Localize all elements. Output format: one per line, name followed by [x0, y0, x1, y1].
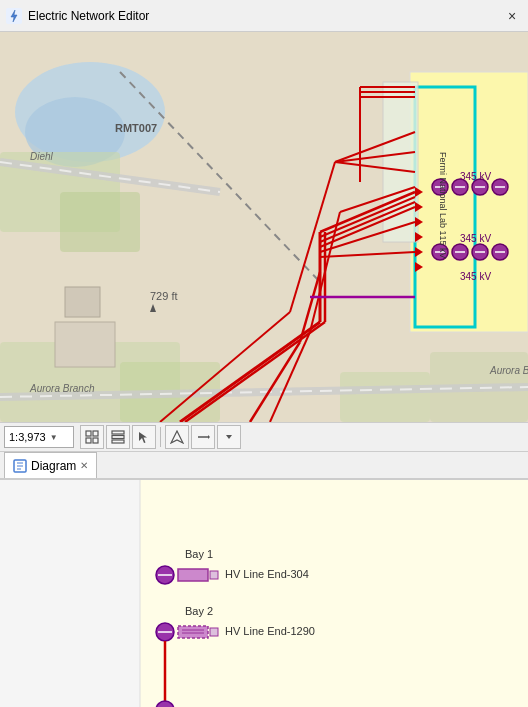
svg-text:HV Line End-1290: HV Line End-1290 [225, 625, 315, 637]
svg-text:Diehl: Diehl [30, 151, 54, 162]
grid-button[interactable] [80, 425, 104, 449]
svg-rect-9 [340, 372, 430, 422]
svg-rect-109 [210, 628, 218, 636]
tab-close-button[interactable]: ✕ [80, 460, 88, 471]
svg-rect-18 [410, 72, 528, 332]
diagram-area[interactable]: Bay 1 HV Line End-304 Bay 2 HV Line End-… [0, 480, 528, 707]
svg-rect-11 [55, 322, 115, 367]
diagram-tab-icon [13, 459, 27, 473]
svg-rect-12 [65, 287, 100, 317]
app-icon [6, 8, 22, 24]
layer-icon [111, 430, 125, 444]
svg-marker-86 [171, 431, 183, 443]
layer-button[interactable] [106, 425, 130, 449]
chevron-down-icon [224, 432, 234, 442]
select-button[interactable] [132, 425, 156, 449]
svg-rect-95 [140, 480, 528, 707]
arrow-button[interactable] [191, 425, 215, 449]
svg-text:345 kV: 345 kV [460, 271, 491, 282]
svg-marker-89 [226, 435, 232, 439]
svg-text:Aurora B...: Aurora B... [489, 365, 528, 376]
map-area[interactable]: 345 kV 345 kV 345 kV Fermi National Lab … [0, 32, 528, 422]
svg-text:RMT007: RMT007 [115, 122, 157, 134]
toolbar: 1:3,973 ▼ [0, 422, 528, 452]
svg-rect-84 [112, 440, 124, 443]
svg-rect-106 [178, 626, 208, 638]
title-bar: Electric Network Editor × [0, 0, 528, 32]
tab-diagram-label: Diagram [31, 459, 76, 473]
svg-rect-83 [112, 436, 124, 439]
toolbar-separator [160, 427, 161, 447]
window-title: Electric Network Editor [28, 9, 496, 23]
svg-marker-88 [208, 435, 210, 439]
diagram-svg: Bay 1 HV Line End-304 Bay 2 HV Line End-… [0, 480, 528, 707]
svg-rect-101 [210, 571, 218, 579]
svg-rect-82 [112, 431, 124, 434]
select-icon [137, 430, 151, 444]
map-svg: 345 kV 345 kV 345 kV Fermi National Lab … [0, 32, 528, 422]
svg-text:345 kV: 345 kV [460, 233, 491, 244]
svg-text:345 kV: 345 kV [460, 171, 491, 182]
nav-icon [170, 430, 184, 444]
tab-bar: Diagram ✕ [0, 452, 528, 480]
svg-text:Bay 1: Bay 1 [185, 548, 213, 560]
dropdown-button[interactable] [217, 425, 241, 449]
scale-selector[interactable]: 1:3,973 ▼ [4, 426, 74, 448]
svg-marker-85 [139, 432, 147, 443]
tab-diagram[interactable]: Diagram ✕ [4, 452, 97, 478]
svg-text:HV Line End-304: HV Line End-304 [225, 568, 309, 580]
svg-rect-100 [178, 569, 208, 581]
grid-icon [85, 430, 99, 444]
scale-value: 1:3,973 [9, 431, 46, 443]
svg-text:729 ft: 729 ft [150, 290, 178, 302]
scale-dropdown-arrow: ▼ [50, 433, 58, 442]
svg-text:Bay 2: Bay 2 [185, 605, 213, 617]
svg-rect-80 [86, 438, 91, 443]
svg-text:Fermi National Lab 115 kV: Fermi National Lab 115 kV [438, 152, 448, 259]
svg-text:Aurora Branch: Aurora Branch [29, 383, 95, 394]
nav-button[interactable] [165, 425, 189, 449]
svg-rect-81 [93, 438, 98, 443]
svg-rect-79 [93, 431, 98, 436]
arrow-icon [196, 430, 210, 444]
svg-rect-94 [0, 480, 140, 707]
svg-rect-78 [86, 431, 91, 436]
svg-rect-6 [60, 192, 140, 252]
close-button[interactable]: × [502, 6, 522, 26]
